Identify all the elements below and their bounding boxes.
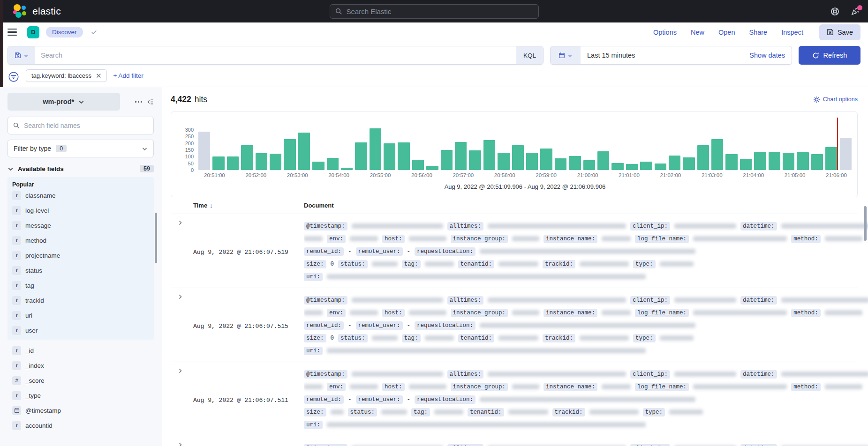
histogram-bar xyxy=(256,153,267,170)
sidebar-scrollbar-thumb[interactable] xyxy=(155,213,157,263)
redacted-value xyxy=(327,422,646,427)
field-item-uri[interactable]: turi xyxy=(11,308,150,323)
redacted-value xyxy=(425,335,454,341)
histogram-bar xyxy=(212,156,224,170)
help-icon[interactable] xyxy=(830,7,839,16)
field-name: _type xyxy=(25,392,41,399)
refresh-button[interactable]: Refresh xyxy=(799,46,860,65)
refresh-button-label: Refresh xyxy=(823,52,847,59)
field-item-projectname[interactable]: tprojectname xyxy=(11,248,150,263)
doc-field-value: - xyxy=(407,248,411,255)
field-item-timestamp[interactable]: @timestamp xyxy=(11,403,150,418)
histogram-bar xyxy=(683,157,694,170)
field-item-status[interactable]: tstatus xyxy=(11,263,150,278)
string-token-icon: t xyxy=(12,281,21,290)
doc-field-@timestamp: @timestamp: xyxy=(304,370,347,379)
redacted-value xyxy=(512,384,539,389)
field-item-accountid[interactable]: taccountid xyxy=(11,418,150,433)
redacted-value xyxy=(381,409,407,415)
histogram-plot[interactable]: 050100150200250300 xyxy=(198,118,852,170)
date-picker-menu-button[interactable] xyxy=(551,46,581,64)
expand-row-icon[interactable] xyxy=(177,220,193,226)
doc-field-trackid: trackid: xyxy=(543,334,575,342)
doc-field-status: status: xyxy=(348,408,377,416)
expand-row-icon[interactable] xyxy=(177,294,193,300)
redacted-value xyxy=(825,384,862,389)
field-item-trackid[interactable]: ttrackid xyxy=(11,293,150,308)
elastic-brand[interactable]: elastic xyxy=(13,4,61,18)
doc-field-line: env:host:instance_group:instance_name:lo… xyxy=(304,380,868,393)
histogram-bar xyxy=(341,168,353,170)
filter-pill-tag-keyword[interactable]: tag.keyword: lbaccess ✕ xyxy=(26,69,107,82)
field-item-tag[interactable]: ttag xyxy=(11,278,150,293)
field-item-method[interactable]: tmethod xyxy=(11,233,150,248)
newsfeed-icon[interactable] xyxy=(851,7,860,16)
available-fields-header[interactable]: Available fields 59 xyxy=(8,165,154,172)
kql-search-input[interactable]: Search KQL xyxy=(8,46,543,65)
date-picker[interactable]: Last 15 minutes Show dates xyxy=(550,46,792,65)
histogram-bar xyxy=(512,145,524,170)
field-item-type[interactable]: t_type xyxy=(11,388,150,403)
doc-field-type: type: xyxy=(633,334,656,342)
breadcrumb-discover[interactable]: Discover xyxy=(46,27,83,37)
doc-field-env: env: xyxy=(327,235,346,243)
filter-by-type-button[interactable]: Filter by type 0 xyxy=(8,140,154,157)
field-item-user[interactable]: tuser xyxy=(11,323,150,338)
filter-by-type-count: 0 xyxy=(56,145,67,152)
string-token-icon: t xyxy=(12,251,21,260)
time-range-value[interactable]: Last 15 minutes xyxy=(581,46,749,64)
save-button[interactable]: Save xyxy=(819,24,860,40)
global-search-input[interactable]: Search Elastic xyxy=(330,4,539,19)
filter-bar: tag.keyword: lbaccess ✕ + Add filter xyxy=(0,68,868,87)
redacted-value xyxy=(352,223,443,229)
space-badge[interactable]: D xyxy=(27,26,39,38)
field-item-log-level[interactable]: tlog-level xyxy=(11,203,150,218)
doc-field-log_file_name: log_file_name: xyxy=(635,309,689,317)
doc-field-value: - xyxy=(348,248,352,255)
saved-query-menu-button[interactable] xyxy=(8,46,35,64)
add-filter-link[interactable]: + Add filter xyxy=(113,72,143,79)
redacted-value xyxy=(480,323,695,328)
nav-link-new[interactable]: New xyxy=(691,29,704,36)
doc-field-host: host: xyxy=(382,309,405,317)
index-pattern-selector[interactable]: wm-prod* xyxy=(8,93,120,111)
histogram-bar xyxy=(441,150,453,170)
field-name: _id xyxy=(25,347,34,354)
filter-menu-icon[interactable] xyxy=(8,71,20,83)
field-name: _index xyxy=(25,362,44,369)
doc-summary: @timestamp:alltimes:client_ip:datetime:e… xyxy=(304,368,868,431)
redacted-value xyxy=(602,310,631,315)
field-search-input[interactable]: Search field names xyxy=(8,117,154,134)
sort-descending-icon[interactable]: ↓ xyxy=(210,202,213,209)
boxes-horizontal-icon[interactable] xyxy=(135,101,143,103)
nav-link-share[interactable]: Share xyxy=(749,29,767,36)
field-item-id[interactable]: t_id xyxy=(11,343,150,358)
remove-filter-icon[interactable]: ✕ xyxy=(96,72,102,79)
expand-row-icon[interactable] xyxy=(177,368,193,374)
field-item-message[interactable]: tmessage xyxy=(11,218,150,233)
elastic-logo-icon xyxy=(13,4,27,18)
string-token-icon: t xyxy=(12,421,21,430)
field-name: accountid xyxy=(25,422,53,429)
nav-link-inspect[interactable]: Inspect xyxy=(781,29,803,36)
field-item-score[interactable]: #_score xyxy=(11,373,150,388)
field-item-classname[interactable]: tclassname xyxy=(11,188,150,203)
histogram-bar xyxy=(469,150,481,170)
nav-link-options[interactable]: Options xyxy=(653,29,677,36)
nav-link-open[interactable]: Open xyxy=(718,29,735,36)
show-dates-link[interactable]: Show dates xyxy=(749,46,792,64)
collapse-sidebar-icon[interactable] xyxy=(147,98,154,105)
query-language-button[interactable]: KQL xyxy=(516,46,543,64)
save-button-label: Save xyxy=(838,29,853,36)
menu-hamburger-icon[interactable] xyxy=(8,29,17,36)
histogram-bar xyxy=(498,153,509,170)
redacted-value xyxy=(602,236,631,241)
expand-row-icon[interactable] xyxy=(177,442,193,446)
main-scrollbar-thumb[interactable] xyxy=(864,206,867,241)
query-input-placeholder[interactable]: Search xyxy=(35,46,516,64)
field-item-index[interactable]: t_index xyxy=(11,358,150,373)
time-column-header[interactable]: Time xyxy=(193,202,207,209)
chart-options-button[interactable]: Chart options xyxy=(813,96,858,103)
doc-field-line: @timestamp:alltimes:client_ip:datetime: xyxy=(304,368,868,380)
save-icon xyxy=(827,29,834,36)
